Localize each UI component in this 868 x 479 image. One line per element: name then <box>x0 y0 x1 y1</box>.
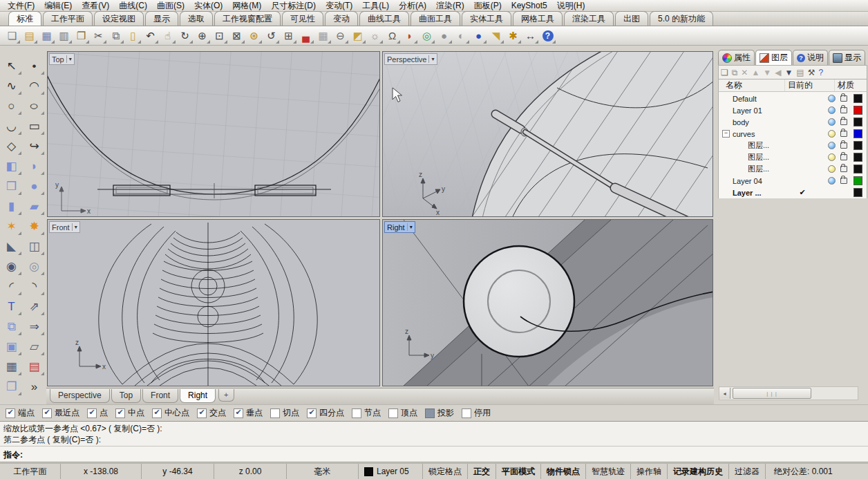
viewport-menu-arrow-icon[interactable]: ▾ <box>69 57 72 62</box>
layer-color-swatch[interactable] <box>853 188 862 197</box>
status-toggle[interactable]: 锁定格点 <box>423 464 468 479</box>
Layer 04[interactable]: Layer 04 ✔ <box>719 175 867 187</box>
layer-visibility-bulb-icon[interactable] <box>828 106 836 114</box>
图层...[interactable]: 图层... ✔ <box>719 140 867 151</box>
layer-color-swatch[interactable] <box>853 118 862 126</box>
zoom-selected-icon[interactable]: ⊛ <box>245 28 263 44</box>
panel-help-icon[interactable]: ? <box>818 68 823 77</box>
new-layer-icon[interactable]: ❏ <box>721 68 728 77</box>
sphere-tool-icon[interactable]: ● <box>25 177 44 195</box>
split-tool-icon[interactable]: ◫ <box>25 237 44 255</box>
Layer 01[interactable]: Layer 01 ✔ <box>719 104 867 116</box>
menu-item[interactable]: 分析(A) <box>394 0 431 12</box>
viewport-tab[interactable]: Perspective <box>50 389 110 403</box>
array-grid-tool-icon[interactable]: ▦ <box>2 357 21 375</box>
viewport-menu-arrow-icon[interactable]: ▾ <box>410 225 413 230</box>
menu-item[interactable]: 说明(H) <box>552 0 590 12</box>
menu-item[interactable]: 工具(L) <box>357 0 394 12</box>
export-note-icon[interactable]: ❐ <box>73 28 90 44</box>
panel-tab[interactable]: 显示 <box>829 50 865 65</box>
status-toggle[interactable]: 正交 <box>468 464 496 479</box>
toolbar-tab[interactable]: 工作平面 <box>43 11 93 26</box>
viewport-top[interactable]: Top ▾ <box>47 51 380 217</box>
layer-name[interactable]: 图层... <box>748 164 791 174</box>
control-curve-tool-icon[interactable]: ◠ <box>25 77 44 95</box>
layer-name[interactable]: 图层... <box>748 152 791 162</box>
undo-icon[interactable]: ↶ <box>142 28 159 44</box>
osnap-item[interactable]: ✔ 中心点 <box>152 407 189 419</box>
zoom-extents-icon[interactable]: ⊠ <box>228 28 245 44</box>
paste-icon[interactable]: ▯ <box>124 28 142 44</box>
toolbar-tab[interactable]: 工作视窗配置 <box>214 11 281 26</box>
surface-3pt-tool-icon[interactable]: ◧ <box>2 157 21 175</box>
explode-burst-tool-icon[interactable]: ✸ <box>25 217 44 235</box>
menu-item[interactable]: 曲面(S) <box>152 0 189 12</box>
column-header-material[interactable]: 材质 <box>835 79 867 91</box>
ghosted-view-icon[interactable]: ◐ <box>453 28 470 44</box>
rectangle-tool-icon[interactable]: ▭ <box>25 117 44 135</box>
menu-item[interactable]: 查看(V) <box>77 0 114 12</box>
status-toggle[interactable]: 操作轴 <box>631 464 668 479</box>
select-points-icon[interactable]: ◩ <box>349 28 366 44</box>
menu-item[interactable]: KeyShot5 <box>507 1 552 10</box>
panel-tab[interactable]: 说明 <box>793 50 828 65</box>
osnap-checkbox[interactable]: ✔ <box>307 408 317 418</box>
layer-report-icon[interactable]: ▤ <box>796 68 804 77</box>
units-indicator[interactable]: 毫米 <box>287 464 359 479</box>
lamp-icon[interactable]: ☼ <box>366 28 384 44</box>
status-toggle[interactable]: 物件锁点 <box>541 464 586 479</box>
toolbar-tab[interactable]: 曲线工具 <box>359 11 409 26</box>
scroll-left-button[interactable]: ◂ <box>719 388 730 399</box>
layer-name[interactable]: Layer ... <box>733 189 791 197</box>
curve-tool-icon[interactable]: ∿ <box>2 77 21 95</box>
menu-item[interactable]: 尺寸标注(D) <box>266 0 321 12</box>
viewport-tab[interactable]: Top <box>111 389 141 403</box>
menu-item[interactable]: 文件(F) <box>3 0 39 12</box>
toolbar-tab[interactable]: 出图 <box>615 11 648 26</box>
layer-name[interactable]: curves <box>733 130 791 138</box>
select-tool-icon[interactable]: ↖ <box>2 57 21 75</box>
Default[interactable]: Default ✔ <box>719 93 867 104</box>
layer-visibility-bulb-icon[interactable] <box>828 130 836 138</box>
status-toggle[interactable]: 平面模式 <box>496 464 541 479</box>
layer-color-swatch[interactable] <box>853 165 862 173</box>
toolbar-tab[interactable]: 变动 <box>325 11 358 26</box>
layer-visibility-bulb-icon[interactable] <box>828 95 836 102</box>
layer-color-swatch[interactable] <box>853 129 862 138</box>
layer-name[interactable]: body <box>733 118 791 126</box>
surface-patch-tool-icon[interactable]: ▰ <box>25 197 44 215</box>
layer-color-swatch[interactable] <box>853 176 862 185</box>
add-viewport-tab-button[interactable]: + <box>218 389 234 402</box>
rotate-view-icon[interactable]: ↻ <box>176 28 194 44</box>
osnap-checkbox[interactable]: ✔ <box>352 408 361 418</box>
viewport-menu-arrow-icon[interactable]: ▾ <box>75 225 77 230</box>
menu-item[interactable]: 面板(P) <box>469 0 507 12</box>
pan-hand-icon[interactable]: ☝ <box>159 28 176 44</box>
scrollbar-thumb[interactable]: | | | <box>733 388 811 399</box>
osnap-item[interactable]: ✔ 停用 <box>462 407 491 419</box>
menu-item[interactable]: 编辑(E) <box>39 0 77 12</box>
offset-tool-icon[interactable]: ⇒ <box>25 317 44 335</box>
panel-tab[interactable]: 图层 <box>755 50 792 65</box>
viewport-right[interactable]: Right ▾ <box>382 219 713 386</box>
osnap-checkbox[interactable]: ✔ <box>42 408 52 418</box>
toolbar-tab[interactable]: 可见性 <box>282 11 323 26</box>
explode-tool-icon[interactable]: ✶ <box>2 217 21 235</box>
osnap-item[interactable]: ✔ 顶点 <box>388 407 417 419</box>
four-viewports-icon[interactable]: ⊞ <box>280 28 297 44</box>
menu-item[interactable]: 网格(M) <box>227 0 266 12</box>
cplane-selector[interactable]: 工作平面 <box>0 464 61 479</box>
toolbar-tab[interactable]: 选取 <box>180 11 213 26</box>
more-tools-icon[interactable]: » <box>25 377 44 395</box>
viewport-front-title[interactable]: Front ▾ <box>49 221 80 233</box>
plane-tool-icon[interactable]: ▱ <box>25 337 44 355</box>
curves[interactable]: curves ✔ <box>719 128 867 140</box>
toolbar-tab[interactable]: 5.0 的新功能 <box>650 11 713 26</box>
fillet-tool-icon[interactable]: ◜ <box>2 277 21 295</box>
print-icon[interactable]: ▥ <box>55 28 73 44</box>
layer-lock-icon[interactable] <box>840 178 847 184</box>
viewport-menu-arrow-icon[interactable]: ▾ <box>431 57 434 62</box>
trim-tool-icon[interactable]: ◣ <box>2 237 21 255</box>
layer-visibility-bulb-icon[interactable] <box>828 153 836 161</box>
command-prompt-input[interactable]: 指令: <box>0 447 868 462</box>
